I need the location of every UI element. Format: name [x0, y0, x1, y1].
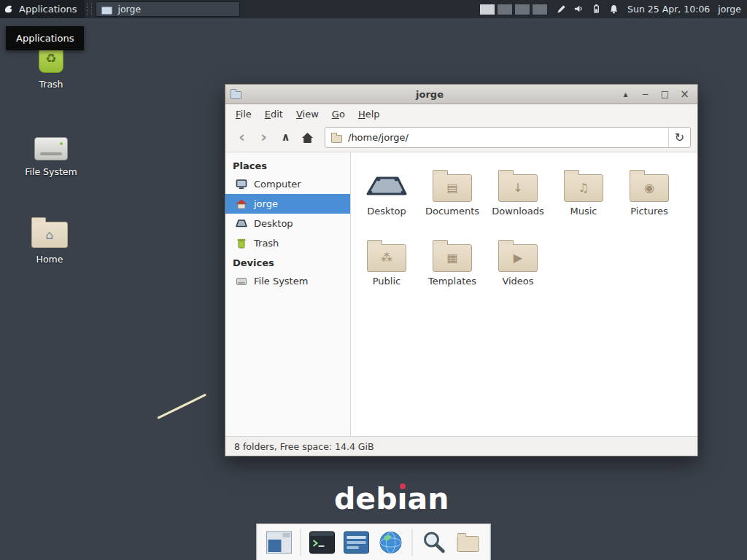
folder-label: Downloads — [492, 206, 543, 217]
drive-icon — [34, 137, 68, 160]
desktop-icon-label: File System — [25, 166, 77, 177]
taskbar-window-label: jorge — [117, 4, 141, 15]
web-browser-launcher[interactable] — [376, 528, 406, 557]
sidebar-item-trash[interactable]: Trash — [225, 233, 350, 253]
workspace-3[interactable] — [514, 4, 530, 15]
folder-item-templates[interactable]: ▦ Templates — [420, 231, 484, 301]
workspace-1[interactable] — [479, 4, 495, 15]
sidebar-item-desktop[interactable]: Desktop — [225, 214, 350, 233]
up-button[interactable]: ∧ — [276, 128, 295, 147]
wallpaper-swoosh-line — [157, 394, 206, 419]
folder-icon: ◉ — [630, 174, 669, 202]
video-emblem-icon: ▶ — [499, 245, 537, 271]
menu-help[interactable]: Help — [352, 106, 387, 122]
stylus-icon[interactable] — [556, 4, 567, 15]
menu-go[interactable]: Go — [325, 106, 352, 122]
forward-button[interactable]: › — [254, 128, 274, 147]
sidebar-item-jorge[interactable]: jorge — [225, 194, 350, 214]
desktop-icon-file-system[interactable]: File System — [16, 124, 86, 177]
sidebar-item-label: Computer — [254, 179, 301, 190]
template-emblem-icon: ▦ — [433, 245, 471, 271]
toolbar: ‹ › ∧ /home/jorge/ ↻ — [225, 123, 697, 152]
desktop-icon-label: Home — [36, 254, 63, 265]
power-battery-icon[interactable] — [591, 4, 602, 15]
workspace-4[interactable] — [532, 4, 548, 15]
back-button[interactable]: ‹ — [232, 128, 252, 147]
share-emblem-icon: ⁂ — [368, 245, 406, 271]
debian-logo-i: ı — [398, 481, 408, 516]
menu-edit[interactable]: Edit — [258, 106, 290, 122]
folder-label: Documents — [425, 206, 479, 217]
file-manager-window: jorge ▴ − □ × File Edit View Go Help ‹ ›… — [225, 84, 698, 456]
sidebar-item-computer[interactable]: Computer — [225, 174, 350, 194]
location-bar[interactable]: /home/jorge/ ↻ — [325, 127, 691, 148]
file-manager-launcher[interactable] — [454, 528, 483, 557]
folder-item-videos[interactable]: ▶ Videos — [486, 231, 550, 301]
close-button[interactable]: × — [677, 87, 692, 102]
desktop-icon-home[interactable]: ⌂ Home — [15, 211, 85, 265]
top-panel: Applications jorge Sun 25 Apr, 1 — [0, 0, 747, 18]
folder-icon — [457, 536, 479, 552]
workspace-2[interactable] — [497, 4, 513, 15]
menu-view[interactable]: View — [290, 106, 325, 122]
folder-item-documents[interactable]: ▤ Documents — [420, 161, 484, 231]
panel-tray-area: Sun 25 Apr, 10:06 jorge — [479, 4, 747, 15]
computer-icon — [235, 179, 247, 190]
show-desktop-launcher[interactable] — [265, 528, 294, 557]
globe-icon — [379, 530, 403, 555]
menu-file[interactable]: File — [229, 106, 258, 122]
folder-icon: ▦ — [433, 244, 472, 272]
house-emblem-icon: ⌂ — [32, 222, 67, 247]
app-finder-launcher[interactable] — [419, 528, 449, 557]
debian-logo-text: deb — [334, 481, 398, 516]
places-sidebar: Places Computer jorge Desktop — [225, 152, 351, 436]
dock-separator — [412, 529, 413, 556]
volume-icon[interactable] — [573, 4, 584, 15]
debian-logo-text: an — [408, 481, 449, 516]
folder-label: Templates — [428, 276, 476, 287]
debian-logo: debıan — [334, 481, 449, 516]
path-text: /home/jorge/ — [348, 132, 662, 143]
sidebar-item-label: File System — [254, 276, 308, 287]
folder-item-public[interactable]: ⁂ Public — [355, 231, 419, 301]
folder-item-music[interactable]: ♫ Music — [551, 161, 616, 231]
path-folder-icon — [331, 135, 342, 143]
folder-label: Pictures — [630, 206, 667, 217]
workspace-pager — [479, 4, 548, 15]
folder-label: Public — [373, 276, 400, 287]
desktop-icon — [235, 218, 247, 230]
window-title-icon — [231, 91, 241, 99]
applications-menu-label: Applications — [19, 4, 77, 15]
home-icon — [235, 198, 247, 210]
panel-clock[interactable]: Sun 25 Apr, 10:06 — [627, 4, 710, 15]
minimize-button[interactable]: − — [638, 87, 653, 102]
sidebar-item-file-system[interactable]: File System — [225, 271, 350, 291]
sidebar-item-label: jorge — [254, 198, 278, 209]
folder-label: Videos — [502, 276, 533, 287]
home-icon — [301, 132, 314, 144]
list-app-icon — [344, 531, 370, 554]
xfce-mouse-icon — [4, 4, 15, 15]
folder-item-desktop[interactable]: Desktop — [355, 161, 419, 231]
shade-button[interactable]: ▴ — [618, 87, 633, 102]
maximize-button[interactable]: □ — [657, 87, 673, 102]
trash-icon — [235, 238, 247, 249]
download-emblem-icon: ↓ — [499, 175, 537, 201]
panel-username: jorge — [718, 4, 741, 15]
status-bar: 8 folders, Free space: 14.4 GiB — [225, 436, 697, 456]
notification-bell-icon[interactable] — [608, 4, 619, 15]
folder-item-downloads[interactable]: ↓ Downloads — [486, 161, 550, 231]
home-button[interactable] — [298, 128, 317, 147]
text-app-launcher[interactable] — [342, 528, 371, 557]
taskbar-window-button[interactable]: jorge — [96, 1, 240, 17]
applications-menu-button[interactable]: Applications — [0, 0, 85, 18]
drive-icon — [235, 276, 247, 287]
terminal-launcher[interactable] — [308, 528, 337, 557]
reload-button[interactable]: ↻ — [668, 128, 690, 147]
window-titlebar[interactable]: jorge ▴ − □ × — [225, 85, 697, 104]
desktop-icon — [365, 171, 408, 202]
folder-label: Desktop — [367, 206, 406, 217]
camera-emblem-icon: ◉ — [630, 175, 668, 201]
folder-icon: ▤ — [433, 174, 472, 202]
folder-item-pictures[interactable]: ◉ Pictures — [617, 161, 681, 231]
